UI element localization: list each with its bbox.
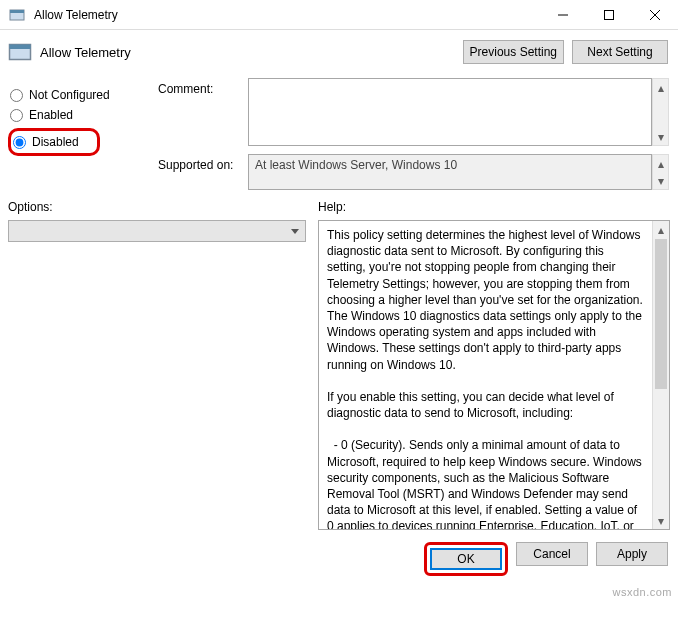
comment-scrollbar[interactable]: ▴ ▾ [652, 78, 669, 146]
cancel-button[interactable]: Cancel [516, 542, 588, 566]
scroll-up-icon: ▴ [653, 155, 668, 172]
highlight-disabled: Disabled [8, 128, 100, 156]
svg-rect-7 [10, 45, 31, 50]
radio-enabled-label: Enabled [29, 108, 73, 122]
next-setting-button[interactable]: Next Setting [572, 40, 668, 64]
help-scrollbar[interactable]: ▴ ▾ [652, 221, 669, 529]
state-radio-group: Not Configured Enabled Disabled [8, 74, 158, 190]
previous-setting-button[interactable]: Previous Setting [463, 40, 564, 64]
apply-button[interactable]: Apply [596, 542, 668, 566]
radio-enabled-input[interactable] [10, 109, 23, 122]
close-button[interactable] [632, 0, 678, 29]
options-label: Options: [8, 200, 306, 214]
window-title: Allow Telemetry [34, 8, 540, 22]
scroll-down-icon: ▾ [653, 512, 669, 529]
radio-enabled[interactable]: Enabled [8, 108, 158, 122]
supported-label: Supported on: [158, 146, 248, 190]
help-text: This policy setting determines the highe… [319, 221, 652, 529]
ok-button[interactable]: OK [430, 548, 502, 570]
footer: OK Cancel Apply [0, 530, 678, 584]
supported-scrollbar[interactable]: ▴ ▾ [652, 154, 669, 190]
supported-value: At least Windows Server, Windows 10 [248, 154, 652, 190]
scroll-down-icon: ▾ [653, 128, 668, 145]
minimize-button[interactable] [540, 0, 586, 29]
policy-large-icon [6, 38, 34, 66]
options-dropdown[interactable] [8, 220, 306, 242]
radio-disabled-label: Disabled [32, 135, 79, 149]
policy-icon [6, 4, 28, 26]
help-label: Help: [318, 200, 670, 214]
titlebar: Allow Telemetry [0, 0, 678, 30]
policy-title: Allow Telemetry [40, 45, 455, 60]
scroll-thumb[interactable] [655, 239, 667, 389]
radio-not-configured-input[interactable] [10, 89, 23, 102]
radio-disabled-input[interactable] [13, 136, 26, 149]
radio-not-configured-label: Not Configured [29, 88, 110, 102]
highlight-ok: OK [424, 542, 508, 576]
maximize-button[interactable] [586, 0, 632, 29]
scroll-up-icon: ▴ [653, 79, 668, 96]
comment-input[interactable] [248, 78, 652, 146]
header: Allow Telemetry Previous Setting Next Se… [0, 30, 678, 74]
comment-label: Comment: [158, 74, 248, 146]
radio-not-configured[interactable]: Not Configured [8, 88, 158, 102]
svg-rect-3 [605, 10, 614, 19]
scroll-down-icon: ▾ [653, 172, 668, 189]
radio-disabled[interactable]: Disabled [11, 135, 79, 149]
watermark: wsxdn.com [612, 586, 672, 598]
scroll-up-icon: ▴ [653, 221, 669, 238]
svg-rect-1 [10, 10, 24, 13]
